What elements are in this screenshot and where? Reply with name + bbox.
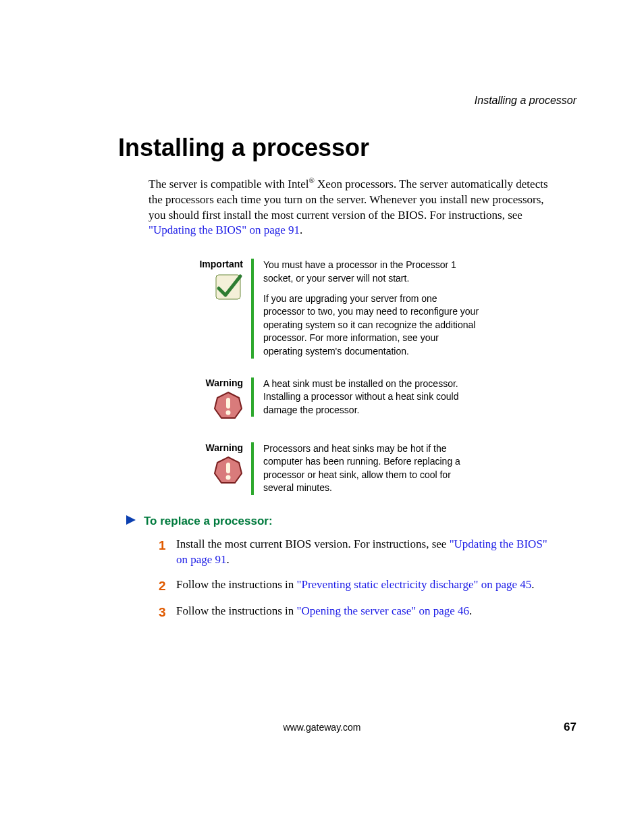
svg-rect-2 [226,398,230,409]
callout-text: A heat sink must be installed on the pro… [263,377,479,417]
step-number: 3 [159,604,176,621]
svg-rect-5 [226,463,230,473]
registered-symbol: ® [308,176,314,184]
callout-warning: Warning A heat sink must be installed on… [176,377,522,423]
triangle-bullet-icon [125,514,137,529]
intro-text-1: The server is compatible with Intel [149,178,308,190]
step-text: Install the most current BIOS version. F… [176,538,450,550]
page-number: 67 [564,721,576,734]
step-text: . [227,553,230,566]
document-page: Installing a processor Installing a proc… [0,0,644,834]
svg-point-6 [226,475,231,479]
footer-url: www.gateway.com [284,722,361,733]
callout-text: You must have a processor in the Process… [263,259,479,285]
callout-label: Important [176,259,243,269]
step-text: . [469,604,472,617]
warning-icon [213,391,243,423]
step-number: 1 [159,537,176,568]
step-item: 1 Install the most current BIOS version.… [159,537,549,568]
link-opening-case[interactable]: "Opening the server case" on page 46 [297,604,470,617]
step-text: Follow the instructions in [176,604,297,617]
step-text: . [531,578,534,591]
procedure: To replace a processor: 1 Install the mo… [145,514,549,621]
page-footer: www.gateway.com 67 [0,722,644,733]
callout-label: Warning [176,442,243,453]
link-static-discharge[interactable]: "Preventing static electricity discharge… [297,578,532,591]
steps-list: 1 Install the most current BIOS version.… [159,537,549,621]
step-item: 2 Follow the instructions in "Preventing… [159,577,549,595]
step-number: 2 [159,577,176,595]
page-title: Installing a processor [118,134,576,162]
procedure-title: To replace a processor: [144,515,273,528]
callout-label: Warning [176,377,243,388]
callouts-container: Important You must have a processor in t… [176,259,522,495]
callout-text: Processors and heat sinks may be hot if … [263,442,479,495]
callout-text: If you are upgrading your server from on… [263,292,479,359]
step-item: 3 Follow the instructions in "Opening th… [159,604,549,621]
intro-text-3: . [300,224,302,236]
warning-icon [213,456,243,488]
svg-point-3 [226,410,231,415]
svg-marker-7 [126,515,136,525]
callout-warning: Warning Processors and heat sinks may be… [176,442,522,495]
callout-important: Important You must have a processor in t… [176,259,522,358]
running-head: Installing a processor [68,95,576,107]
step-text: Follow the instructions in [176,578,297,591]
intro-paragraph: The server is compatible with Intel® Xeo… [149,176,553,238]
link-updating-bios[interactable]: "Updating the BIOS" on page 91 [149,224,300,236]
checkmark-icon [213,272,243,305]
